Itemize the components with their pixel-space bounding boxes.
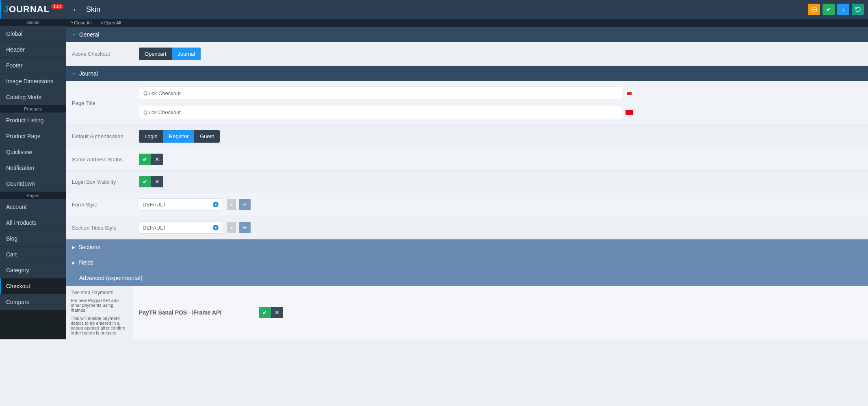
accordion-controls: ^ Close All v Open All [66,19,868,27]
caret-right-icon: ▶ [72,245,75,250]
section-titles-input[interactable] [143,225,211,231]
sidebar-item-account[interactable]: Account [0,199,66,215]
label-form-style: Form Style [72,202,139,208]
check-icon: ✔ [262,309,267,316]
payment-label: PayTR Sanal POS - iFrame API [139,309,253,316]
sidebar-item-image-dimensions[interactable]: Image Dimensions [0,74,66,89]
sidebar-item-catalog-mode[interactable]: Catalog Mode [0,89,66,105]
x-icon: ✕ [155,178,160,185]
screenshot-icon [811,7,817,13]
sidebar-item-all-products[interactable]: All Products [0,215,66,231]
section-journal[interactable]: ▼ Journal [66,66,868,81]
caret-right-icon: ▶ [72,261,75,265]
history-icon [855,7,861,13]
advanced-side: Two step Payments For new Paypal API and… [66,286,133,339]
label-page-title: Page Title [72,100,139,106]
label-same-address: Same Address Status [72,156,139,163]
page-title-input-en[interactable] [139,87,622,100]
open-all-button[interactable]: v Open All [101,20,125,25]
add-section-titles-button[interactable]: + [239,222,251,233]
back-button[interactable]: ← [66,5,86,14]
row-default-auth: Default Authentication Login Register Gu… [66,125,868,148]
flag-en-icon [626,91,633,96]
check-icon: ✔ [143,156,147,163]
sidebar-item-category[interactable]: Category [0,263,66,278]
clear-icon[interactable]: ● [213,225,219,230]
sidebar-item-countdown[interactable]: Countdown [0,176,66,192]
login-box-toggle: ✔ ✕ [139,176,163,187]
check-icon: ✔ [826,6,831,13]
sidebar-item-cart[interactable]: Cart [0,247,66,263]
form-style-select[interactable]: ● [139,198,222,211]
add-form-style-button[interactable]: + [239,199,251,210]
section-fields[interactable]: ▶ Fields [66,255,868,270]
sidebar-item-product-page[interactable]: Product Page [0,128,66,144]
flag-tr-icon [626,110,633,115]
default-auth-toggle: Login Register Guest [139,130,220,143]
caret-down-icon: ▼ [72,72,76,76]
sidebar-item-checkout[interactable]: Checkout [0,278,66,294]
page-title-input-tr[interactable] [139,106,622,119]
row-same-address: Same Address Status ✔ ✕ [66,148,868,171]
x-icon: ✕ [155,156,160,163]
advanced-payment-row: PayTR Sanal POS - iFrame API ✔ ✕ [133,286,868,339]
logo-text: JOURNAL [4,4,50,15]
form-style-input[interactable] [143,202,211,208]
label-default-auth: Default Authentication [72,133,139,139]
dropdown-icon[interactable]: ▾ [227,199,236,210]
sidebar-section-products: Products [0,105,66,113]
sidebar-item-global[interactable]: Global [0,26,66,42]
payment-toggle: ✔ ✕ [259,307,283,318]
history-button[interactable] [852,4,864,15]
toggle-off[interactable]: ✕ [271,307,283,318]
opt-register[interactable]: Register [163,130,194,143]
row-active-checkout: Active Checkout Opencart Journal [66,42,868,66]
opt-journal[interactable]: Journal [172,48,201,60]
x-icon: ✕ [275,309,279,316]
screenshot-button[interactable] [808,4,820,15]
sidebar: Global Global Header Footer Image Dimens… [0,19,66,339]
adv-side-title: Two step Payments [71,290,128,295]
toggle-off[interactable]: ✕ [151,176,163,187]
clear-icon[interactable]: ● [213,202,219,207]
add-button[interactable]: + [837,4,849,15]
sidebar-section-global: Global [0,19,66,26]
sidebar-item-footer[interactable]: Footer [0,58,66,74]
opt-opencart[interactable]: Opencart [139,48,172,60]
label-section-titles: Section Titles Style [72,225,139,231]
section-general[interactable]: ▼ General [66,27,868,42]
dropdown-icon[interactable]: ▾ [227,222,236,233]
save-button[interactable]: ✔ [823,4,835,15]
sidebar-item-header[interactable]: Header [0,42,66,58]
page-title: Skin [86,5,100,14]
version-badge: 3.1.0 [51,4,63,9]
caret-down-icon: ▼ [72,33,76,37]
section-advanced[interactable]: ▼ Advanced (experimental) [66,270,868,286]
sidebar-item-quickview[interactable]: Quickview [0,144,66,160]
logo[interactable]: JOURNAL 3.1.0 [0,0,66,19]
opt-login[interactable]: Login [139,130,163,143]
sidebar-item-notification[interactable]: Notification [0,160,66,176]
toggle-on[interactable]: ✔ [139,176,151,187]
section-sections[interactable]: ▶ Sections [66,239,868,255]
label-login-box: Login Box Visibility [72,179,139,185]
opt-guest[interactable]: Guest [194,130,220,143]
toggle-on[interactable]: ✔ [259,307,271,318]
plus-icon: + [842,6,845,13]
toggle-off[interactable]: ✕ [151,154,163,165]
advanced-body: Two step Payments For new Paypal API and… [66,286,868,339]
sidebar-item-product-listing[interactable]: Product Listing [0,113,66,128]
adv-side-text2: This will enable payment details to be e… [71,316,128,335]
row-section-titles: Section Titles Style ● ▾ + [66,216,868,239]
sidebar-item-blog[interactable]: Blog [0,231,66,247]
sidebar-item-compare[interactable]: Compare [0,294,66,310]
caret-down-icon: ▼ [72,276,76,280]
section-titles-select[interactable]: ● [139,221,222,234]
main-content: ^ Close All v Open All ▼ General Active … [66,19,868,339]
row-page-title: Page Title [66,81,868,125]
toggle-on[interactable]: ✔ [139,154,151,165]
check-icon: ✔ [143,178,147,185]
same-address-toggle: ✔ ✕ [139,154,163,165]
close-all-button[interactable]: ^ Close All [71,20,95,25]
row-login-box: Login Box Visibility ✔ ✕ [66,171,868,193]
